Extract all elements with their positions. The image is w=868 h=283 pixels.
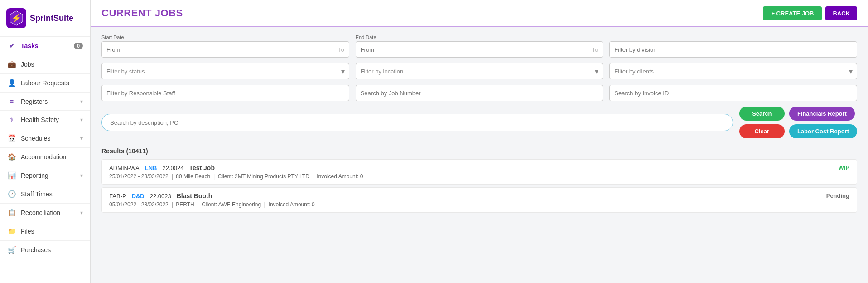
page-title: CURRENT JOBS xyxy=(101,7,183,19)
job-number: 22.0024 xyxy=(162,165,183,171)
job-location: PERTH xyxy=(176,201,194,208)
filter-location-group: Filter by location xyxy=(356,63,603,79)
health-safety-icon: ⚕ xyxy=(7,116,16,124)
job-details-left: ADMIN-WA LNB 22.0024 Test Job 25/01/2022… xyxy=(109,164,363,180)
job-name: Test Job xyxy=(189,164,215,171)
job-dates: 25/01/2022 - 23/03/2022 xyxy=(109,173,169,180)
job-name: Blast Booth xyxy=(177,192,212,200)
labour-icon: 👤 xyxy=(7,79,16,87)
sidebar-item-label-jobs: Jobs xyxy=(21,61,34,68)
sidebar-item-staff-times[interactable]: 🕐 Staff Times xyxy=(0,185,90,204)
logo-text: SprintSuite xyxy=(30,14,73,23)
sidebar-item-labour-requests[interactable]: 👤 Labour Requests xyxy=(0,74,90,93)
chevron-down-icon: ▾ xyxy=(80,98,83,105)
financials-report-button[interactable]: Financials Report xyxy=(789,107,855,121)
job-status-badge: Pending xyxy=(826,192,849,199)
search-job-number-input[interactable] xyxy=(356,85,603,101)
back-button[interactable]: BACK xyxy=(825,6,857,20)
end-date-group: End Date To xyxy=(356,34,603,58)
sidebar-item-reporting[interactable]: 📊 Reporting ▾ xyxy=(0,166,90,185)
filter-staff-input[interactable] xyxy=(101,85,349,101)
start-date-from-input[interactable] xyxy=(106,46,335,53)
search-button[interactable]: Search xyxy=(739,107,785,121)
tasks-badge: 0 xyxy=(74,43,83,49)
job-invoiced: Invoiced Amount: 0 xyxy=(317,173,363,180)
filter-division-group: div xyxy=(609,34,857,58)
sidebar-item-schedules[interactable]: 📅 Schedules ▾ xyxy=(0,129,90,148)
sidebar-item-label-files: Files xyxy=(21,228,34,235)
search-description-input[interactable] xyxy=(101,114,733,131)
table-row[interactable]: ADMIN-WA LNB 22.0024 Test Job 25/01/2022… xyxy=(101,159,857,185)
sidebar-item-accommodation[interactable]: 🏠 Accommodation xyxy=(0,148,90,166)
job-top: ADMIN-WA LNB 22.0024 Test Job xyxy=(109,164,363,171)
job-prefix: FAB-P xyxy=(109,193,126,200)
start-date-label: Start Date xyxy=(101,34,349,40)
sidebar-item-label-purchases: Purchases xyxy=(21,246,51,254)
reporting-icon: 📊 xyxy=(7,171,16,180)
job-client: Client: AWE Engineering xyxy=(202,201,261,208)
search-row: Search Financials Report Clear Labor Cos… xyxy=(101,107,857,138)
reconciliation-icon: 📋 xyxy=(7,209,16,217)
results-count: Results (10411) xyxy=(101,147,857,155)
job-client: Client: 2MT Mining Products PTY LTD xyxy=(218,173,309,180)
sidebar-item-label-tasks: Tasks xyxy=(21,42,39,49)
search-invoice-input[interactable] xyxy=(609,85,857,101)
chevron-down-icon: ▾ xyxy=(80,135,83,142)
job-meta: 05/01/2022 - 28/02/2022 | PERTH | Client… xyxy=(109,201,315,208)
filter-clients-select[interactable]: Filter by clients xyxy=(609,63,857,79)
filter-location-wrapper: Filter by location xyxy=(356,63,603,79)
filter-division-input[interactable] xyxy=(609,41,857,58)
sidebar-item-label-health: Health Safety xyxy=(21,116,59,123)
job-top: FAB-P D&D 22.0023 Blast Booth xyxy=(109,192,315,200)
sidebar-item-files[interactable]: 📁 Files xyxy=(0,222,90,241)
end-date-range-box: To xyxy=(356,41,603,58)
filter-row-3 xyxy=(101,85,857,101)
sidebar-item-reconciliation[interactable]: 📋 Reconciliation ▾ xyxy=(0,204,90,222)
end-date-from-input[interactable] xyxy=(361,46,589,53)
job-number: 22.0023 xyxy=(150,193,171,200)
files-icon: 📁 xyxy=(7,227,16,235)
topbar-actions: + CREATE JOB BACK xyxy=(763,6,857,20)
tasks-icon: ✔ xyxy=(7,42,16,50)
filter-status-group: Filter by status xyxy=(101,63,349,79)
job-location: 80 Mile Beach xyxy=(176,173,210,180)
start-date-group: Start Date To xyxy=(101,34,349,58)
sidebar-item-label-accommodation: Accommodation xyxy=(21,153,66,161)
filter-status-select[interactable]: Filter by status xyxy=(101,63,349,79)
sidebar-item-health-safety[interactable]: ⚕ Health Safety ▾ xyxy=(0,111,90,129)
accommodation-icon: 🏠 xyxy=(7,153,16,161)
filter-area: Start Date To End Date To div xyxy=(91,27,868,144)
job-details-left: FAB-P D&D 22.0023 Blast Booth 05/01/2022… xyxy=(109,192,315,208)
sidebar-item-label-registers: Registers xyxy=(21,98,48,105)
sidebar-item-registers[interactable]: ≡ Registers ▾ xyxy=(0,93,90,111)
end-date-to-label: To xyxy=(592,46,598,53)
sidebar-item-tasks[interactable]: ✔ Tasks 0 xyxy=(0,37,90,55)
table-row[interactable]: FAB-P D&D 22.0023 Blast Booth 05/01/2022… xyxy=(101,187,857,213)
filter-location-select[interactable]: Filter by location xyxy=(356,63,603,79)
chevron-down-icon: ▾ xyxy=(80,117,83,123)
job-division: LNB xyxy=(145,165,157,171)
start-date-range-box: To xyxy=(101,41,349,58)
sidebar-item-jobs[interactable]: 💼 Jobs xyxy=(0,55,90,74)
filter-clients-wrapper: Filter by clients xyxy=(609,63,857,79)
action-buttons: Search Financials Report Clear Labor Cos… xyxy=(739,107,857,138)
schedules-icon: 📅 xyxy=(7,134,16,142)
filter-staff-group xyxy=(101,85,349,101)
job-prefix: ADMIN-WA xyxy=(109,165,140,171)
main-content: CURRENT JOBS + CREATE JOB BACK Start Dat… xyxy=(91,0,868,283)
filter-status-wrapper: Filter by status xyxy=(101,63,349,79)
sidebar-logo: ⚡ SprintSuite xyxy=(0,0,90,37)
search-job-number-group xyxy=(356,85,603,101)
search-invoice-group xyxy=(609,85,857,101)
jobs-icon: 💼 xyxy=(7,60,16,68)
job-dates: 05/01/2022 - 28/02/2022 xyxy=(109,201,169,208)
registers-icon: ≡ xyxy=(7,98,16,105)
job-division: D&D xyxy=(132,193,145,200)
clear-button[interactable]: Clear xyxy=(739,124,785,138)
sidebar-item-purchases[interactable]: 🛒 Purchases xyxy=(0,241,90,259)
create-job-button[interactable]: + CREATE JOB xyxy=(763,6,822,20)
start-date-to-label: To xyxy=(338,46,344,53)
sidebar-item-label-reconciliation: Reconciliation xyxy=(21,209,60,216)
sidebar: ⚡ SprintSuite ✔ Tasks 0 💼 Jobs 👤 Labour … xyxy=(0,0,91,283)
labor-cost-report-button[interactable]: Labor Cost Report xyxy=(789,124,857,138)
